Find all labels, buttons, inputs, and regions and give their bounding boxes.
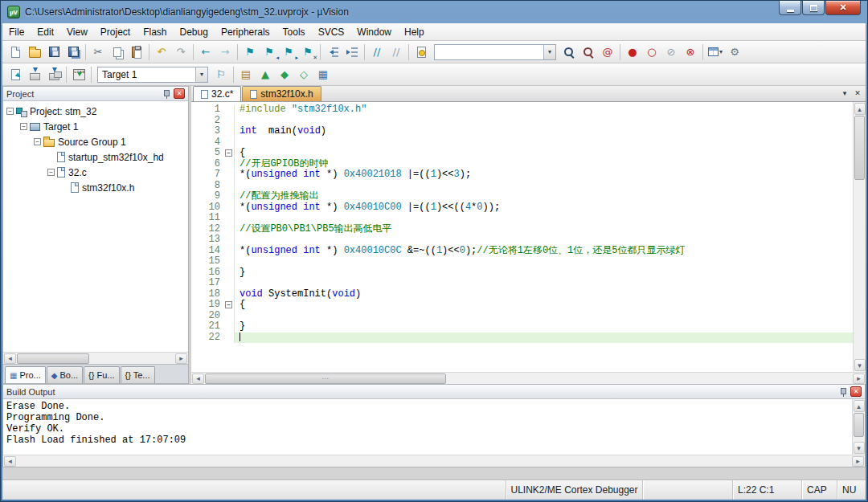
scroll-up-icon[interactable]: [854, 103, 866, 115]
debug-windows-button[interactable]: ▾: [706, 43, 725, 62]
tree-expander-icon[interactable]: −: [47, 169, 55, 176]
code-line-22[interactable]: 22: [191, 333, 853, 344]
build-output-hscrollbar[interactable]: [3, 455, 865, 467]
tree-node[interactable]: −Project: stm_32: [3, 104, 188, 119]
bookmark-next-button[interactable]: ⚑▸: [279, 43, 298, 62]
code-area[interactable]: 1#include "stm32f10x.h"23int main(void)4…: [191, 102, 853, 372]
scroll-right-icon[interactable]: [852, 456, 864, 467]
open-file-button[interactable]: [25, 43, 44, 62]
code-line-16[interactable]: 16}: [191, 267, 853, 279]
document-close-icon[interactable]: [851, 87, 864, 100]
target-select-value[interactable]: Target 1: [98, 69, 195, 80]
select-software-packs-button[interactable]: ◇: [294, 65, 313, 84]
pack-installer-button[interactable]: ▦: [313, 65, 333, 84]
code-line-7[interactable]: 7*(unsigned int *) 0x40021018 |=((1)<<3)…: [191, 169, 853, 181]
manage-run-time-environment-button[interactable]: ◆: [275, 65, 294, 84]
target-dropdown-icon[interactable]: [195, 67, 207, 82]
code-line-20[interactable]: 20: [191, 311, 853, 322]
search-dropdown-icon[interactable]: [543, 45, 555, 59]
menu-project[interactable]: Project: [94, 23, 137, 40]
navigate-forward-button[interactable]: →: [215, 43, 235, 62]
toolbar-search-input[interactable]: [435, 46, 543, 59]
fold-margin[interactable]: −: [223, 148, 235, 159]
resize-strip[interactable]: [2, 467, 866, 480]
unindent-button[interactable]: [323, 43, 342, 62]
scroll-track[interactable]: [17, 353, 174, 364]
code-line-13[interactable]: 13: [191, 235, 853, 246]
menu-window[interactable]: Window: [350, 23, 398, 40]
code-line-17[interactable]: 17: [191, 278, 853, 289]
pin-icon[interactable]: [839, 387, 848, 397]
undo-button[interactable]: ↶: [152, 43, 171, 62]
tab-list-dropdown-icon[interactable]: [838, 87, 851, 100]
scroll-track[interactable]: ⋯: [205, 373, 852, 384]
indent-button[interactable]: [342, 43, 362, 62]
rebuild-all-button[interactable]: [44, 65, 63, 84]
save-button[interactable]: [44, 43, 63, 62]
scroll-left-icon[interactable]: [4, 353, 16, 364]
code-line-9[interactable]: 9//配置为推挽输出: [191, 191, 853, 202]
code-line-6[interactable]: 6//开启GPIOB的时钟: [191, 159, 853, 170]
scroll-thumb[interactable]: [17, 353, 89, 364]
code-line-4[interactable]: 4: [191, 137, 853, 149]
menu-view[interactable]: View: [60, 23, 94, 40]
code-line-10[interactable]: 10*(unsigned int *) 0x40010C00 |=((1)<<(…: [191, 202, 853, 214]
incremental-find-button[interactable]: [579, 43, 598, 62]
fold-margin[interactable]: −: [223, 300, 235, 311]
editor-hscrollbar[interactable]: ⋯: [191, 372, 866, 384]
download-to-flash-button[interactable]: [69, 65, 88, 84]
redo-button[interactable]: ↷: [171, 43, 190, 62]
new-file-button[interactable]: [6, 43, 25, 62]
scroll-down-icon[interactable]: [854, 359, 866, 371]
tree-expander-icon[interactable]: −: [6, 108, 14, 115]
save-all-button[interactable]: [63, 43, 83, 62]
bookmark-toggle-button[interactable]: ⚑: [240, 43, 260, 62]
tree-expander-icon[interactable]: −: [34, 138, 41, 145]
close-button[interactable]: [825, 1, 861, 15]
menu-svcs[interactable]: SVCS: [312, 23, 351, 40]
configure-button[interactable]: ⚙: [725, 43, 744, 62]
translate-file-button[interactable]: [6, 65, 25, 84]
tree-node[interactable]: −32.c: [3, 165, 188, 180]
debug-windows-dropdown-icon[interactable]: ▾: [719, 48, 723, 55]
menu-edit[interactable]: Edit: [31, 23, 60, 40]
pin-icon[interactable]: [162, 89, 171, 99]
scroll-thumb[interactable]: [854, 116, 865, 180]
editor-vscrollbar[interactable]: [853, 102, 866, 372]
editor-tab[interactable]: stm32f10x.h: [242, 86, 321, 101]
code-line-15[interactable]: 15: [191, 256, 853, 267]
project-hscrollbar[interactable]: [3, 352, 188, 364]
find-in-files-button[interactable]: [411, 43, 431, 62]
maximize-button[interactable]: [802, 1, 825, 15]
minimize-button[interactable]: [779, 1, 801, 15]
scroll-down-icon[interactable]: [854, 442, 865, 454]
menu-peripherals[interactable]: Peripherals: [215, 23, 276, 40]
scroll-track[interactable]: [854, 116, 866, 358]
code-line-12[interactable]: 12//设置PB0\PB1\PB5输出高低电平: [191, 224, 853, 235]
fold-collapse-icon[interactable]: −: [225, 149, 232, 157]
tree-node[interactable]: −Source Group 1: [3, 134, 188, 149]
uncomment-selection-button[interactable]: //: [387, 43, 406, 62]
fold-collapse-icon[interactable]: −: [225, 301, 232, 308]
code-line-1[interactable]: 1#include "stm32f10x.h": [191, 104, 853, 116]
menu-debug[interactable]: Debug: [174, 23, 215, 40]
code-line-3[interactable]: 3int main(void): [191, 126, 853, 137]
menu-file[interactable]: File: [2, 23, 31, 40]
code-line-18[interactable]: 18void SystemInit(void): [191, 289, 853, 300]
copy-button[interactable]: [108, 43, 127, 62]
paste-button[interactable]: [127, 43, 146, 62]
comment-selection-button[interactable]: //: [367, 43, 387, 62]
build-output-vscrollbar[interactable]: [852, 399, 865, 455]
enable-disable-breakpoint-button[interactable]: ○: [642, 43, 661, 62]
titlebar[interactable]: C:\Users\Administrator\Desktop\dianliang…: [2, 1, 866, 23]
bookmark-previous-button[interactable]: ⚑◂: [260, 43, 279, 62]
build-target-button[interactable]: [25, 65, 44, 84]
scroll-right-icon[interactable]: [175, 353, 187, 364]
code-line-8[interactable]: 8: [191, 181, 853, 192]
code-line-11[interactable]: 11: [191, 213, 853, 224]
file-extensions-button[interactable]: ▤: [236, 65, 256, 84]
kill-all-breakpoints-button[interactable]: ⊗: [681, 43, 700, 62]
scroll-track[interactable]: [853, 413, 865, 441]
build-output-text[interactable]: Erase Done.Programming Done.Verify OK.Fl…: [3, 399, 852, 455]
cut-button[interactable]: ✂: [88, 43, 108, 62]
